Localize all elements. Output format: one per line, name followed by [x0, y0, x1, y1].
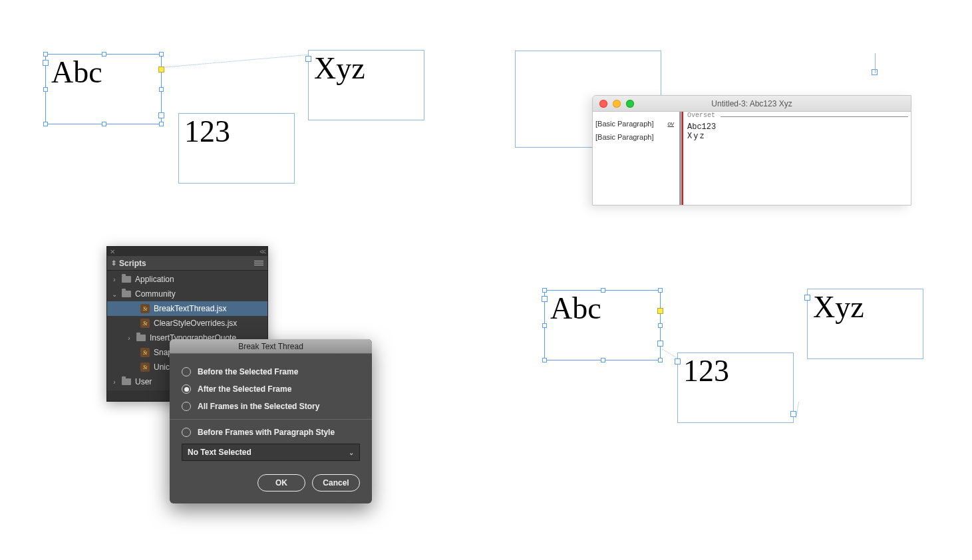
story-text-column[interactable]: Overset Abc123 Xyz [683, 112, 911, 205]
zoom-icon[interactable] [626, 100, 634, 108]
divider [170, 419, 372, 420]
folder-community[interactable]: ⌄ Community [107, 287, 267, 301]
text-frame-xyz[interactable]: Xyz [308, 50, 424, 120]
folder-label: User [135, 377, 152, 386]
text-frame-123[interactable]: 123 [178, 113, 295, 184]
selection-handle[interactable] [542, 288, 547, 293]
frame-text: Abc [550, 291, 601, 325]
selection-handle[interactable] [159, 122, 164, 126]
selection-handle[interactable] [601, 358, 605, 362]
radio-after-selected[interactable]: After the Selected Frame [182, 380, 360, 398]
story-editor-window[interactable]: Untitled-3: Abc123 Xyz [Basic Paragraph]… [592, 95, 911, 206]
panel-top-bar[interactable]: ✕ << [107, 247, 267, 256]
para-style-dropdown[interactable]: No Text Selected ⌄ [182, 444, 360, 461]
radio-icon[interactable] [182, 428, 191, 437]
selection-handle[interactable] [658, 288, 663, 293]
button-label: Cancel [323, 478, 349, 488]
radio-all-frames[interactable]: All Frames in the Selected Story [182, 398, 360, 415]
radio-label: After the Selected Frame [198, 384, 291, 394]
selection-handle[interactable] [43, 52, 48, 57]
story-line[interactable]: Xyz [687, 132, 907, 141]
close-icon[interactable] [599, 100, 607, 108]
frame-text: Xyz [314, 51, 365, 85]
out-port-overset[interactable] [657, 308, 663, 314]
script-icon: St [140, 348, 150, 357]
window-titlebar[interactable]: Untitled-3: Abc123 Xyz [593, 96, 911, 112]
para-style-label: [Basic Paragraph] [595, 133, 653, 141]
overset-label: Overset [687, 112, 715, 119]
radio-label: Before Frames with Paragraph Style [198, 428, 335, 437]
panel-menu-icon[interactable] [254, 261, 263, 265]
text-frame-abc[interactable]: Abc [45, 54, 162, 124]
script-icon: St [140, 304, 150, 313]
close-icon[interactable]: ✕ [110, 248, 115, 255]
folder-label: Application [135, 275, 174, 284]
frame-text: 123 [184, 114, 230, 148]
script-icon: St [140, 362, 150, 372]
in-port[interactable] [675, 358, 681, 364]
selection-handle[interactable] [601, 288, 605, 293]
ok-button[interactable]: OK [257, 474, 305, 491]
selection-handle[interactable] [102, 122, 106, 126]
radio-icon[interactable] [182, 402, 191, 411]
break-text-thread-dialog[interactable]: Break Text Thread Before the Selected Fr… [170, 339, 372, 503]
folder-label: Community [135, 289, 176, 299]
script-label: Unic [154, 362, 170, 372]
radio-icon[interactable] [182, 384, 191, 394]
frame-text: Xyz [813, 290, 864, 324]
selection-handle[interactable] [542, 358, 547, 362]
selection-handle[interactable] [43, 122, 48, 126]
thread-line [162, 54, 313, 68]
panel-tab[interactable]: ⇕ Scripts [107, 256, 267, 271]
in-port[interactable] [43, 60, 49, 66]
radio-icon[interactable] [182, 367, 191, 376]
top-right-story-editor: Untitled-3: Abc123 Xyz [Basic Paragraph]… [512, 47, 911, 219]
chevron-right-icon[interactable]: › [111, 276, 118, 283]
out-port[interactable] [158, 112, 164, 118]
out-port-overset[interactable] [158, 67, 164, 72]
selection-handle[interactable] [658, 358, 663, 362]
sort-icon[interactable]: ⇕ [111, 261, 116, 265]
paragraph-style-column: [Basic Paragraph] ov [Basic Paragraph] [593, 112, 679, 205]
selection-handle[interactable] [159, 52, 164, 57]
overset-divider-line [721, 116, 908, 117]
text-frame-123[interactable]: 123 [677, 352, 794, 423]
text-frame-xyz[interactable]: Xyz [807, 289, 923, 359]
folder-icon [136, 335, 146, 341]
selection-handle[interactable] [43, 87, 48, 92]
in-port[interactable] [804, 295, 810, 301]
script-item[interactable]: St ClearStyleOverrides.jsx [107, 316, 267, 331]
story-line[interactable]: Abc123 [687, 122, 907, 132]
folder-icon [122, 291, 131, 297]
story-editor-body: [Basic Paragraph] ov [Basic Paragraph] O… [593, 112, 911, 205]
chevron-right-icon[interactable]: › [111, 378, 118, 386]
thread-line [796, 402, 799, 418]
button-label: OK [275, 478, 287, 488]
top-left-canvas: Abc 123 Xyz [40, 50, 452, 203]
in-port[interactable] [542, 296, 548, 302]
in-port[interactable] [305, 56, 311, 62]
radio-before-para-style[interactable]: Before Frames with Paragraph Style [182, 424, 360, 441]
radio-before-selected[interactable]: Before the Selected Frame [182, 363, 360, 380]
collapse-icon[interactable]: << [259, 248, 265, 255]
panel-title: Scripts [119, 259, 146, 268]
script-item-breaktextthread[interactable]: St BreakTextThread.jsx [107, 301, 267, 316]
minimize-icon[interactable] [613, 100, 621, 108]
thread-connector [875, 53, 876, 73]
dropdown-value: No Text Selected [188, 448, 251, 457]
out-port[interactable] [657, 341, 663, 347]
selection-handle[interactable] [658, 323, 663, 328]
chevron-right-icon[interactable]: › [126, 335, 132, 342]
selection-handle[interactable] [102, 52, 106, 57]
selection-handle[interactable] [159, 87, 164, 92]
text-frame-abc[interactable]: Abc [544, 290, 661, 360]
window-title: Untitled-3: Abc123 Xyz [593, 99, 911, 108]
cancel-button[interactable]: Cancel [312, 474, 360, 491]
script-label: ClearStyleOverrides.jsx [154, 319, 237, 328]
folder-application[interactable]: › Application [107, 272, 267, 287]
dialog-title: Break Text Thread [170, 339, 372, 354]
chevron-down-icon[interactable]: ⌄ [111, 291, 118, 298]
script-label: BreakTextThread.jsx [154, 304, 226, 313]
chevron-down-icon: ⌄ [349, 449, 354, 456]
selection-handle[interactable] [542, 323, 547, 328]
